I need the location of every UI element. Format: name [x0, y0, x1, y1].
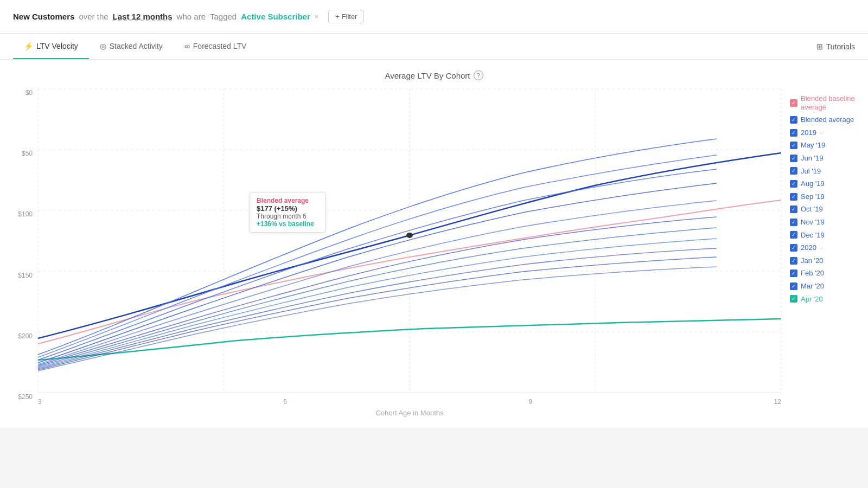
legend-label-2020: 2020 – [801, 243, 824, 252]
tabs-left: ⚡ LTV Velocity ◎ Stacked Activity ∞ Fore… [13, 34, 257, 59]
tutorials-icon: ⊞ [816, 42, 823, 51]
x-label-9: 9 [528, 398, 532, 406]
tag-value[interactable]: Active Subscriber [241, 12, 310, 21]
forecasted-ltv-icon: ∞ [184, 42, 190, 50]
x-axis-title: Cohort Age in Months [38, 409, 781, 417]
chart-container: $250 $200 $150 $100 $50 $0 [11, 89, 781, 417]
legend-checkbox-jul19 [790, 167, 797, 175]
legend-feb-20[interactable]: Feb '20 [790, 269, 857, 278]
legend-checkbox-sep19 [790, 193, 797, 201]
tab-stacked-activity-label: Stacked Activity [110, 42, 163, 50]
legend-checkbox-jan20 [790, 257, 797, 265]
stacked-activity-icon: ◎ [100, 42, 106, 50]
legend-aug-19[interactable]: Aug '19 [790, 179, 857, 188]
main-content: Average LTV By Cohort ? $250 $200 $150 $… [0, 60, 868, 428]
legend-may-19[interactable]: May '19 [790, 141, 857, 150]
legend-2019[interactable]: 2019 – [790, 129, 857, 137]
tab-forecasted-ltv-label: Forecasted LTV [193, 42, 247, 50]
legend-mar-20[interactable]: Mar '20 [790, 282, 857, 291]
legend-label-jul19: Jul '19 [801, 167, 821, 176]
legend-nov-19[interactable]: Nov '19 [790, 218, 857, 227]
new-customers-label: New Customers [13, 12, 74, 21]
legend-label-may19: May '19 [801, 141, 825, 150]
legend-oct-19[interactable]: Oct '19 [790, 205, 857, 214]
y-label-250: $250 [11, 393, 33, 401]
x-label-12: 12 [774, 398, 781, 406]
legend-label-oct19: Oct '19 [801, 205, 823, 214]
legend-checkbox-nov19 [790, 219, 797, 226]
legend-checkbox-blended-baseline [790, 99, 797, 107]
chart-svg [38, 89, 781, 393]
over-the-label: over the [79, 12, 108, 21]
legend-jul-19[interactable]: Jul '19 [790, 167, 857, 176]
y-label-0: $0 [11, 89, 33, 97]
legend-blended-baseline-avg[interactable]: Blended baseline average [790, 94, 857, 111]
legend-jan-20[interactable]: Jan '20 [790, 256, 857, 265]
tab-ltv-velocity-label: LTV Velocity [36, 42, 78, 50]
tagged-label: Tagged [210, 12, 237, 21]
legend-checkbox-oct19 [790, 206, 797, 213]
legend-label-sep19: Sep '19 [801, 192, 825, 201]
legend-checkbox-blended-avg [790, 116, 797, 124]
legend-apr-20[interactable]: Apr '20 [790, 295, 857, 304]
chart-title-text: Average LTV By Cohort [385, 71, 470, 80]
y-label-150: $150 [11, 272, 33, 279]
chart-inner: Blended average $177 (+15%) Through mont… [38, 89, 781, 417]
legend-label-feb20: Feb '20 [801, 269, 824, 278]
legend-label-jun19: Jun '19 [801, 154, 824, 163]
legend-jun-19[interactable]: Jun '19 [790, 154, 857, 163]
legend-checkbox-jun19 [790, 155, 797, 162]
tag-remove[interactable]: × [315, 12, 319, 21]
legend-label-apr20: Apr '20 [801, 295, 823, 304]
who-are-label: who are [177, 12, 206, 21]
legend-dec-19[interactable]: Dec '19 [790, 231, 857, 240]
svg-point-11 [406, 233, 413, 238]
legend-label-mar20: Mar '20 [801, 282, 824, 291]
legend-checkbox-apr20 [790, 295, 797, 303]
legend-label-nov19: Nov '19 [801, 218, 825, 227]
legend-sep-19[interactable]: Sep '19 [790, 192, 857, 201]
period-label[interactable]: Last 12 months [113, 12, 173, 21]
tab-ltv-velocity[interactable]: ⚡ LTV Velocity [13, 34, 89, 59]
legend-checkbox-may19 [790, 142, 797, 149]
filter-button[interactable]: + Filter [328, 10, 364, 23]
x-label-6: 6 [283, 398, 287, 406]
tutorials-button[interactable]: ⊞ Tutorials [816, 42, 855, 51]
tabs-bar: ⚡ LTV Velocity ◎ Stacked Activity ∞ Fore… [0, 34, 868, 60]
tab-forecasted-ltv[interactable]: ∞ Forecasted LTV [174, 34, 258, 59]
legend-label-jan20: Jan '20 [801, 256, 824, 265]
legend-checkbox-2019 [790, 129, 797, 137]
legend-checkbox-dec19 [790, 231, 797, 239]
legend-blended-avg[interactable]: Blended average [790, 115, 857, 124]
x-axis-labels: 3 6 9 12 [38, 395, 781, 406]
y-label-100: $100 [11, 210, 33, 218]
legend-2020[interactable]: 2020 – [790, 243, 857, 252]
ltv-velocity-icon: ⚡ [24, 42, 33, 50]
legend-checkbox-mar20 [790, 282, 797, 290]
y-axis: $250 $200 $150 $100 $50 $0 [11, 89, 38, 417]
legend-checkbox-aug19 [790, 180, 797, 188]
x-label-3: 3 [38, 398, 42, 406]
legend-checkbox-2020 [790, 244, 797, 252]
chart-wrap: $250 $200 $150 $100 $50 $0 [11, 89, 781, 417]
chart-help-icon[interactable]: ? [474, 70, 483, 80]
legend-label-blended-baseline: Blended baseline average [801, 94, 857, 111]
y-label-50: $50 [11, 150, 33, 157]
chart-title: Average LTV By Cohort ? [0, 70, 868, 80]
tutorials-label: Tutorials [826, 42, 855, 51]
y-label-200: $200 [11, 332, 33, 340]
legend-label-blended-avg: Blended average [801, 115, 854, 124]
legend-label-2019: 2019 – [801, 129, 824, 137]
legend-label-dec19: Dec '19 [801, 231, 825, 240]
tab-stacked-activity[interactable]: ◎ Stacked Activity [89, 34, 174, 59]
chart-area: $250 $200 $150 $100 $50 $0 [0, 89, 868, 428]
chart-legend: Blended baseline average Blended average… [781, 89, 857, 417]
legend-label-aug19: Aug '19 [801, 179, 825, 188]
header-bar: New Customers over the Last 12 months wh… [0, 0, 868, 34]
legend-checkbox-feb20 [790, 269, 797, 277]
